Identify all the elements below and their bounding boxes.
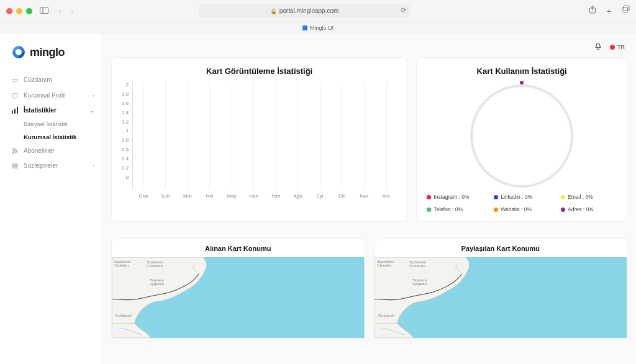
share-icon[interactable] <box>589 6 596 17</box>
sidebar-item-stats[interactable]: İstatistikler ⌄ <box>0 103 102 117</box>
notifications-icon[interactable] <box>594 42 602 53</box>
tab-title: Minglo UI <box>310 25 334 31</box>
legend-color-icon <box>561 195 565 199</box>
sidebar-item-label: Cüzdanım <box>24 76 52 83</box>
legend-label: Instagram : 0% <box>434 194 469 200</box>
x-tick: Ara <box>375 193 398 199</box>
chevron-right-icon: › <box>93 93 94 99</box>
turkey-flag-icon <box>610 45 615 50</box>
y-tick: 0 <box>126 175 129 180</box>
card-title: Paylaşılan Kart Konumu <box>375 239 627 257</box>
map-label: Созопол <box>147 264 163 268</box>
card-title: Alınan Kart Konumu <box>112 239 365 257</box>
svg-rect-0 <box>40 7 48 14</box>
x-tick: Eyl <box>309 193 331 199</box>
chevron-right-icon: › <box>93 163 94 169</box>
sidebar-subitem-corporate[interactable]: Kurumsal İstatistik <box>0 130 102 143</box>
card-title: Kart Görüntüleme İstatistiği <box>122 66 397 76</box>
brand-name: minglo <box>30 46 65 59</box>
x-tick: Mar <box>176 193 199 199</box>
address-bar[interactable]: 🔒 portal.mingloapp.com ⟳ <box>199 4 410 18</box>
x-tick: Haz <box>243 193 265 199</box>
y-tick: 0.2 <box>122 165 129 171</box>
doc-icon: ▤ <box>11 162 19 170</box>
svg-rect-6 <box>14 109 16 114</box>
y-tick: 0.8 <box>122 137 129 143</box>
sidebar-toggle-icon[interactable] <box>37 6 51 16</box>
sidebar: minglo ▭ Cüzdanım ▢ Kurumsal Profil › İs… <box>0 34 102 364</box>
sidebar-item-label: Sözleşmeler <box>24 162 58 169</box>
card-usage-chart: Kart Kullanım İstatistiği Instagram : 0%… <box>416 57 627 222</box>
window-controls[interactable] <box>6 8 32 14</box>
chart-grid <box>132 82 397 189</box>
x-tick: Şub <box>155 193 177 199</box>
sidebar-subitem-individual[interactable]: Bireysel İstatistik <box>0 117 102 130</box>
browser-chrome: ‹ › 🔒 portal.mingloapp.com ⟳ ＋ <box>0 0 636 22</box>
x-tick: Oca <box>132 193 155 199</box>
map-shared[interactable]: ılgaristan Средец Sozebolu Созопол Tsare… <box>375 257 627 338</box>
brand[interactable]: minglo <box>0 45 102 72</box>
sidebar-item-subs[interactable]: Abonelikler <box>0 143 102 158</box>
close-window-icon[interactable] <box>6 8 12 14</box>
x-tick: May <box>220 193 243 199</box>
new-tab-icon[interactable]: ＋ <box>605 6 613 17</box>
language-switch[interactable]: TR <box>610 44 625 50</box>
legend-color-icon <box>494 195 498 199</box>
legend-color-icon <box>561 207 565 212</box>
svg-rect-5 <box>12 111 13 114</box>
y-tick: 0.6 <box>122 147 129 152</box>
nav-forward-icon[interactable]: › <box>68 6 76 16</box>
y-tick: 1.4 <box>122 110 129 116</box>
sidebar-item-profile[interactable]: ▢ Kurumsal Profil › <box>0 88 102 103</box>
chevron-down-icon: ⌄ <box>89 107 94 114</box>
svg-rect-7 <box>17 107 18 114</box>
legend-item: Linkedin : 0% <box>494 194 550 200</box>
legend-item: Website : 0% <box>494 206 550 212</box>
sidebar-item-label: İstatistikler <box>24 107 57 114</box>
legend-item: Telefon : 0% <box>427 206 483 212</box>
svg-point-8 <box>12 152 14 153</box>
topbar: TR <box>111 41 627 53</box>
y-axis: 21.81.61.41.210.80.60.40.20 <box>122 82 132 180</box>
map-label: Царево <box>150 281 165 286</box>
sidebar-item-label: Kurumsal Profil <box>24 92 66 99</box>
card-views-chart: Kart Görüntüleme İstatistiği 21.81.61.41… <box>111 57 407 222</box>
building-icon: ▢ <box>11 91 19 99</box>
x-axis: OcaŞubMarNisMayHazTemAğuEylEkiKasAra <box>132 189 397 199</box>
sidebar-item-wallet[interactable]: ▭ Cüzdanım <box>0 72 102 88</box>
legend-label: Adres : 0% <box>568 206 594 212</box>
tab-favicon-icon <box>302 25 307 30</box>
minimize-window-icon[interactable] <box>16 8 22 14</box>
y-tick: 2 <box>126 82 129 88</box>
legend-label: Website : 0% <box>501 206 532 212</box>
map-label: Kırklareli <box>378 313 394 317</box>
y-tick: 0.4 <box>122 156 129 162</box>
map-label: Kırklareli <box>116 313 132 317</box>
chart-legend: Instagram : 0%Linkedin : 0%Email : 0%Tel… <box>427 194 617 212</box>
map-received[interactable]: ılgaristan Средец Sozebolu Созопол Tsare… <box>112 257 365 338</box>
legend-label: Linkedin : 0% <box>501 194 532 200</box>
y-tick: 1 <box>126 128 129 134</box>
map-label: Средец <box>377 263 392 268</box>
map-label: Царево <box>412 281 427 286</box>
legend-item: Email : 0% <box>561 194 617 200</box>
svg-rect-3 <box>622 7 628 12</box>
sidebar-item-contracts[interactable]: ▤ Sözleşmeler › <box>0 158 102 173</box>
tabs-overview-icon[interactable] <box>622 6 630 17</box>
map-label: Созопол <box>409 264 425 268</box>
x-tick: Nis <box>199 193 221 199</box>
maximize-window-icon[interactable] <box>26 8 32 14</box>
rss-icon <box>11 148 19 154</box>
browser-tab[interactable]: Minglo UI <box>0 22 636 34</box>
nav: ▭ Cüzdanım ▢ Kurumsal Profil › İstatisti… <box>0 72 102 173</box>
brand-logo-icon <box>11 45 26 60</box>
lock-icon: 🔒 <box>270 8 277 14</box>
reload-icon[interactable]: ⟳ <box>401 6 406 14</box>
svg-rect-4 <box>624 6 629 11</box>
language-code: TR <box>617 44 625 50</box>
y-tick: 1.8 <box>122 91 129 97</box>
bar-chart: 21.81.61.41.210.80.60.40.20 OcaŞubMarNis… <box>122 82 397 199</box>
card-icon: ▭ <box>11 76 19 84</box>
y-tick: 1.6 <box>122 101 129 106</box>
nav-back-icon[interactable]: ‹ <box>56 6 63 16</box>
